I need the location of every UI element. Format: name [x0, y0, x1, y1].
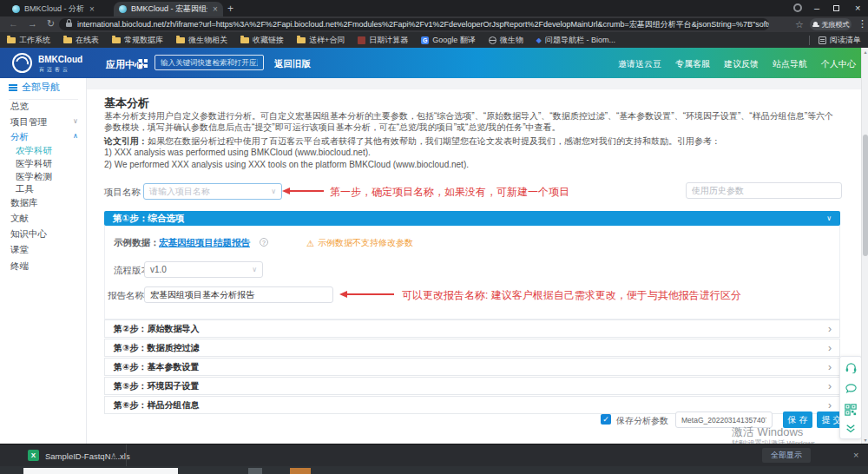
step5-header[interactable]: 第⑤步：环境因子设置› — [104, 377, 840, 395]
sidebar-item-terminal[interactable]: 终端 — [10, 260, 29, 273]
report-name-input[interactable] — [144, 286, 333, 303]
step2-header[interactable]: 第②步：原始数据导入› — [104, 319, 840, 338]
save-params-checkbox[interactable]: ✓ — [601, 414, 611, 425]
scrollbar[interactable]: ▴ ▾ — [861, 48, 868, 444]
bookmark-item[interactable]: 微生物相关 — [176, 35, 227, 46]
excel-file-icon: X — [28, 450, 39, 461]
sidebar-item-medical-research[interactable]: 医学科研 — [16, 158, 52, 170]
reading-list-icon — [819, 36, 826, 44]
browser-tab-active[interactable]: BMKCloud - 宏基因组分析平台 × — [114, 2, 223, 16]
info-icon[interactable]: ? — [260, 238, 268, 247]
sidebar-item-agriculture[interactable]: 农学科研 — [16, 145, 52, 157]
back-to-old-version-link[interactable]: 返回旧版 — [274, 58, 311, 70]
sidebar-item-tools[interactable]: 工具 — [16, 183, 34, 195]
sidebar-item-analysis[interactable]: 分析 — [10, 131, 29, 143]
sidebar-all-nav[interactable]: 全部导航 — [9, 81, 78, 100]
reload-icon[interactable]: ↻ — [47, 18, 55, 30]
bookmark-item[interactable]: GGoogle 翻译 — [421, 35, 476, 46]
project-name-select[interactable]: 请输入项目名称 ∨ — [143, 183, 282, 200]
scroll-down-icon[interactable]: ▾ — [862, 437, 868, 443]
bookmark-item[interactable]: ◆问题导航栏 - Biom... — [536, 35, 615, 46]
bookmark-label: 在线表 — [76, 35, 99, 46]
customer-service-icon[interactable] — [845, 361, 858, 374]
step-label: 第⑤步：环境因子设置 — [114, 380, 199, 392]
bookmark-item[interactable]: 收藏链接 — [240, 35, 284, 46]
browser-tab-inactive[interactable]: BMKCloud - 分析 × — [7, 2, 113, 16]
new-tab-button[interactable]: + — [227, 3, 233, 15]
annotation-arrow — [346, 293, 394, 295]
forward-icon[interactable]: → — [28, 18, 37, 29]
shelf-close-icon[interactable]: × — [853, 450, 858, 460]
pipeline-version-select[interactable]: v1.0 ∨ — [144, 261, 263, 278]
maximize-button[interactable] — [833, 3, 839, 11]
collapse-double-chevron-icon[interactable] — [845, 424, 857, 434]
personal-center-link[interactable]: 个人中心 — [821, 58, 856, 70]
calendar-icon — [358, 36, 365, 44]
page-description: 基本分析支持用户自定义参数进行分析。可自定义宏基因组基本分析的主要参数，包括“综… — [104, 110, 840, 133]
feedback-link[interactable]: 建议反馈 — [724, 58, 759, 70]
profile-icon[interactable] — [793, 3, 802, 12]
taskbar-app-preview[interactable] — [23, 468, 178, 474]
scroll-up-icon[interactable]: ▴ — [862, 49, 868, 55]
reading-list-button[interactable]: 阅读清单 — [809, 35, 861, 46]
scrollbar-thumb[interactable] — [863, 135, 868, 256]
sidebar-item-overview[interactable]: 总览 — [10, 101, 29, 113]
bookmark-item[interactable]: 在线表 — [63, 35, 99, 46]
step1-header[interactable]: 第①步：综合选项 ∨ — [104, 211, 840, 226]
url-field[interactable]: international.biocloud.net/zh/iframe?url… — [59, 18, 769, 30]
chat-icon[interactable] — [845, 382, 858, 395]
tab-close-icon[interactable]: × — [213, 4, 218, 14]
google-translate-icon: G — [421, 36, 429, 44]
reference-2: 2) We performed XXX analysis using XXX t… — [104, 160, 469, 169]
main-content: 基本分析 基本分析支持用户自定义参数进行分析。可自定义宏基因组基本分析的主要参数… — [87, 78, 862, 444]
bookmark-star-icon[interactable]: ☆ — [795, 19, 804, 30]
sidebar-item-medical-test[interactable]: 医学检测 — [16, 171, 52, 183]
window-close-button[interactable]: × — [855, 3, 860, 13]
taskbar-app-icon[interactable] — [248, 468, 262, 474]
bookmark-item[interactable]: 工作系统 — [7, 35, 50, 46]
sidebar-item-knowledge[interactable]: 知识中心 — [10, 228, 47, 240]
customer-service-link[interactable]: 专属客服 — [675, 58, 710, 70]
bookmark-label: 收藏链接 — [253, 35, 284, 46]
reading-list-label: 阅读清单 — [830, 35, 861, 46]
minimize-button[interactable]: – — [814, 3, 819, 13]
maximize-icon — [833, 5, 839, 11]
step3-header[interactable]: 第③步：数据质控过滤› — [104, 339, 840, 357]
sample-data-link[interactable]: 宏基因组项目结题报告 — [159, 237, 250, 249]
folder-icon — [7, 37, 16, 43]
invite-link[interactable]: 邀请送云豆 — [618, 58, 661, 70]
back-icon[interactable]: ← — [9, 18, 18, 29]
bookmark-label: 问题导航栏 - Biom... — [545, 35, 615, 46]
header-search-input[interactable] — [155, 55, 264, 70]
bookmark-item[interactable]: 微生物 — [489, 35, 523, 46]
taskbar-app-icon[interactable] — [290, 468, 311, 474]
site-nav-link[interactable]: 站点导航 — [773, 58, 807, 70]
step4-header[interactable]: 第④步：基本参数设置› — [104, 358, 840, 376]
annotation-arrow — [289, 190, 324, 192]
tab-close-icon[interactable]: × — [89, 4, 95, 14]
chevron-down-icon: ∨ — [826, 214, 832, 222]
show-all-downloads-button[interactable]: 全部显示 — [762, 448, 811, 463]
globe-icon — [489, 36, 496, 44]
download-shelf: X SampleID-FastqN....xls ∧ 全部显示 × — [0, 444, 868, 466]
menu-dots-icon[interactable]: ⋮ — [858, 18, 867, 30]
history-params-input[interactable] — [686, 182, 842, 199]
bmkcloud-logo-icon[interactable] — [12, 53, 32, 73]
bookmark-item[interactable]: 送样+合同 — [297, 35, 345, 46]
bookmark-item[interactable]: 常规数据库 — [112, 35, 163, 46]
step-label: 第⑥步：样品分组信息 — [114, 399, 199, 411]
chevron-down-icon: ∨ — [252, 266, 257, 273]
bookmark-item[interactable]: 日期计算器 — [358, 35, 408, 46]
sidebar-item-literature[interactable]: 文献 — [10, 213, 29, 225]
page-body: 全部导航 总览 项目管理 ∨ 分析 ∧ 农学科研 医学科研 医学检测 工具 数据… — [0, 78, 868, 444]
bookmark-label: 工作系统 — [19, 35, 50, 46]
step-label: 第③步：数据质控过滤 — [114, 342, 199, 354]
sidebar-item-classroom[interactable]: 课堂 — [10, 244, 29, 256]
qrcode-icon[interactable] — [845, 404, 857, 416]
file-menu-caret-icon[interactable]: ∧ — [111, 451, 116, 459]
downloaded-file-button[interactable]: SampleID-FastqN....xls — [45, 451, 130, 461]
sidebar-item-project-mgmt[interactable]: 项目管理 — [10, 116, 47, 128]
sidebar-item-database[interactable]: 数据库 — [10, 197, 38, 209]
incognito-icon — [812, 22, 819, 27]
folder-icon — [112, 37, 121, 43]
